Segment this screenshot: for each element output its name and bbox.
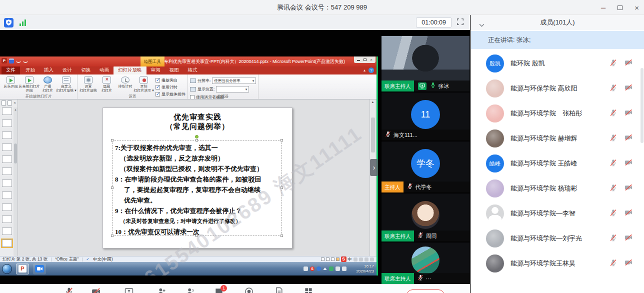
slide-thumbnail	[2, 192, 12, 199]
shared-screen-area: P 绘图工具 专利优先审查相关事宜-PPT(内科大）20200414.pptx …	[0, 30, 381, 293]
member-row[interactable]: 皓峰能源与环境学院 王皓峰	[471, 151, 641, 176]
member-row[interactable]: 能源与环境学院 杨瑞彬	[471, 176, 641, 201]
share-screen-icon[interactable]	[124, 286, 136, 293]
ribbon-group-setup: 设置幻灯片放映隐藏幻灯片排练计时录制幻灯片演示 ▾ 播放旁白使用计时显示媒体控件…	[78, 74, 188, 99]
ppt-ribbon-tabs: 文件开始插入设计切换动画幻灯片放映审阅视图格式 ▴ ?	[0, 66, 376, 74]
members-icon[interactable]	[185, 286, 197, 293]
window-titlebar: 腾讯会议 会议号：547 209 989 ─ ×	[0, 0, 644, 15]
members-panel-title: 成员(101人)	[471, 15, 644, 30]
camera-off-icon[interactable]	[624, 83, 633, 94]
help-icon: ?	[368, 68, 374, 73]
selection-handle	[196, 139, 198, 142]
video-tile[interactable]: 学冬主持人代学冬	[382, 142, 470, 192]
maximize-icon[interactable]	[618, 6, 622, 10]
slide-text-line: 7:关于双报案件的优先审查，选其一	[115, 142, 282, 153]
close-icon[interactable]: ×	[634, 4, 639, 12]
window-title: 腾讯会议 会议号：547 209 989	[0, 0, 644, 15]
ime-language-icon: 中	[348, 256, 352, 262]
ppt-tab-插入: 插入	[40, 66, 58, 74]
tray-expand-icon	[323, 268, 327, 270]
mic-muted-icon	[417, 274, 424, 283]
screen-sharing-icon	[418, 82, 426, 90]
meeting-toolbar: 1	[0, 284, 470, 293]
member-row[interactable]: 能源与环境学院—李智	[471, 201, 641, 226]
mic-muted-icon[interactable]	[609, 134, 618, 144]
camera-off-icon[interactable]	[624, 183, 633, 194]
video-tile[interactable]: 联席主持人周同	[382, 194, 470, 242]
taskbar-clock: 16:17 2020/4/23	[356, 264, 374, 274]
camera-off-icon[interactable]	[624, 108, 633, 119]
mic-muted-icon[interactable]	[609, 58, 618, 69]
meeting-info-bar: 01:00:09	[0, 15, 470, 30]
fullscreen-icon[interactable]	[456, 18, 464, 28]
mic-muted-icon[interactable]	[609, 184, 618, 194]
ribbon-group-start-show: 从头开始从当前幻灯片开始广播幻灯片自定义幻灯片放映 ▾ 开始放映幻灯片	[0, 74, 78, 99]
mic-muted-icon[interactable]	[609, 158, 618, 169]
security-shield-icon[interactable]	[4, 18, 14, 28]
video-tile[interactable]: 联席主持人张冰	[382, 36, 470, 92]
camera-off-icon[interactable]	[624, 258, 633, 269]
mic-muted-icon[interactable]	[609, 208, 618, 219]
ppt-status-bar: 幻灯片 第 2 张, 共 13 张 “Office 主题” ✓ 中文(中国) S…	[0, 256, 376, 262]
ppt-tab-格式: 格式	[184, 66, 202, 74]
members-panel-header: 成员(101人)	[471, 15, 644, 30]
camera-off-icon[interactable]	[624, 233, 633, 244]
collapse-ribbon-icon: ▴	[364, 68, 366, 72]
ribbon-button: 隐藏幻灯片	[98, 76, 116, 94]
ppt-maximize-icon	[364, 58, 366, 61]
slide-body-text: 7:关于双报案件的优先审查，选其一（选发明放弃新型，反之放弃发明）（双报案件如新…	[112, 140, 282, 237]
member-row[interactable]: 殷凯能环院 殷凯	[471, 51, 641, 76]
members-panel: 成员(101人) 正在讲话: 张冰; 殷凯能环院 殷凯能源与环保学院 高欣阳能源…	[470, 15, 644, 293]
leave-meeting-button[interactable]	[406, 290, 444, 293]
participant-name: 代学冬	[416, 184, 432, 191]
avatar: 学冬	[411, 149, 440, 178]
selection-handle	[111, 234, 114, 237]
outline-tab-icon	[8, 100, 12, 106]
ppt-ribbon: 从头开始从当前幻灯片开始广播幻灯片自定义幻灯片放映 ▾ 开始放映幻灯片 设置幻灯…	[0, 74, 376, 100]
member-name: 能源与环境学院—李智	[510, 209, 602, 218]
network-signal-icon[interactable]	[20, 20, 26, 26]
video-tile[interactable]: 联席主持人···	[382, 242, 470, 284]
member-row[interactable]: 能源与环境学院 张柏彤	[471, 101, 641, 126]
avatar	[412, 201, 440, 229]
camera-off-icon[interactable]	[624, 58, 633, 69]
ribbon-button-icon	[121, 76, 130, 84]
tile-name-bar: 联席主持人张冰	[382, 80, 470, 92]
selection-handle	[280, 234, 283, 237]
theme-status: “Office 主题”	[55, 256, 78, 262]
ribbon-button: 从当前幻灯片开始	[20, 76, 38, 94]
monitor-icon	[190, 78, 196, 83]
sogou-icon: S	[341, 256, 346, 262]
camera-off-icon[interactable]	[91, 286, 103, 293]
member-row[interactable]: 能源与环境学院—刘宇光	[471, 226, 641, 251]
collapse-video-strip-button[interactable]: ›	[370, 159, 378, 176]
mic-muted-icon[interactable]	[64, 286, 76, 293]
record-icon[interactable]	[244, 286, 256, 293]
camera-off-icon[interactable]	[624, 208, 633, 219]
tile-name-bar: 主持人代学冬	[382, 182, 470, 192]
mic-muted-icon[interactable]	[609, 258, 618, 269]
ribbon-button: 从头开始	[2, 76, 20, 94]
ribbon-group-label: 开始放映幻灯片	[0, 94, 77, 99]
avatar	[412, 246, 440, 274]
camera-off-icon[interactable]	[624, 133, 633, 144]
ppt-titlebar: P 绘图工具 专利优先审查相关事宜-PPT(内科大）20200414.pptx …	[0, 56, 376, 66]
member-row[interactable]: 能源与环保学院 高欣阳	[471, 76, 641, 101]
video-tile[interactable]: 11海文111...	[382, 92, 470, 140]
slide-thumbnail	[2, 156, 12, 163]
save-icon	[9, 58, 14, 64]
mic-muted-icon[interactable]	[609, 84, 618, 94]
member-row[interactable]: 能源与环境学院 赫增辉	[471, 126, 641, 151]
members-scrollbar[interactable]	[640, 48, 644, 290]
docs-icon[interactable]	[274, 286, 286, 293]
mic-muted-icon[interactable]	[609, 108, 618, 119]
slide-thumbnail	[2, 120, 12, 127]
minimize-icon[interactable]: ─	[601, 4, 606, 11]
mic-muted-icon[interactable]	[609, 234, 618, 244]
layout-icon[interactable]	[304, 286, 316, 293]
ribbon-button-icon	[84, 76, 92, 84]
invite-icon[interactable]	[156, 286, 168, 293]
member-row[interactable]: 能源与环境学院王林昊	[471, 251, 641, 276]
camera-off-icon[interactable]	[624, 158, 633, 169]
selection-handle	[280, 139, 283, 142]
